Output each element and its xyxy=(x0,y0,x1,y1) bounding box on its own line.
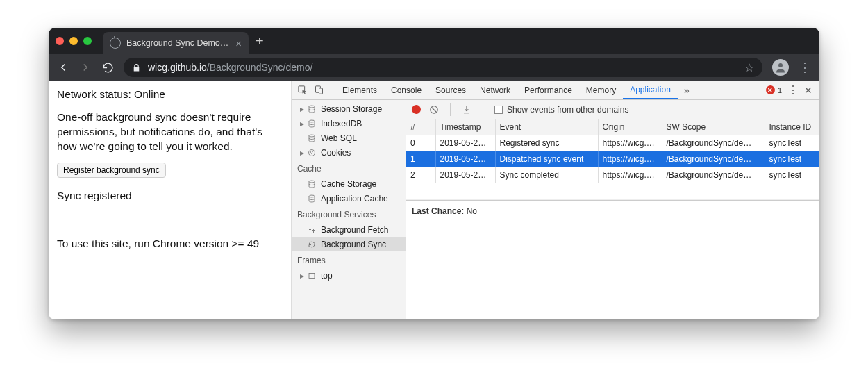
new-tab-button[interactable]: + xyxy=(256,33,264,49)
forward-button[interactable] xyxy=(79,61,92,74)
globe-icon xyxy=(110,38,121,49)
devtools-tab-elements[interactable]: Elements xyxy=(335,81,384,99)
url-path: /BackgroundSync/demo/ xyxy=(207,62,313,73)
table-cell: 2 xyxy=(406,167,435,183)
sidebar-group-cache: Cache xyxy=(292,160,406,176)
table-cell: /BackgroundSync/de… xyxy=(662,151,765,167)
db-icon xyxy=(307,180,317,188)
register-sync-button[interactable]: Register background sync xyxy=(57,163,166,178)
tab-title: Background Sync Demonstration xyxy=(126,38,231,48)
url-host: wicg.github.io xyxy=(148,62,207,73)
window-minimize-button[interactable] xyxy=(69,37,78,45)
record-button[interactable] xyxy=(412,105,421,114)
db-icon xyxy=(307,134,317,142)
chevron-right-icon: ▸ xyxy=(299,119,306,128)
clear-icon[interactable] xyxy=(429,105,439,115)
column-header[interactable]: Event xyxy=(495,119,598,135)
table-cell: 0 xyxy=(406,135,435,151)
sidebar-item-label: Background Fetch xyxy=(321,225,388,235)
table-row[interactable]: 12019-05-2…Dispatched sync eventhttps://… xyxy=(406,151,819,167)
lock-icon xyxy=(132,63,141,72)
address-bar[interactable]: wicg.github.io/BackgroundSync/demo/ ☆ xyxy=(124,58,762,77)
close-icon[interactable]: ✕ xyxy=(804,85,812,96)
devtools-tab-console[interactable]: Console xyxy=(384,81,428,99)
column-header[interactable]: Timestamp xyxy=(435,119,495,135)
sidebar-item-background-sync[interactable]: Background Sync xyxy=(292,237,406,251)
devtools-tab-network[interactable]: Network xyxy=(473,81,517,99)
profile-avatar[interactable] xyxy=(772,59,789,76)
devtools-tab-sources[interactable]: Sources xyxy=(428,81,473,99)
chevron-right-icon: ▸ xyxy=(299,271,306,281)
chevron-right-icon: ▸ xyxy=(299,148,306,158)
devtools-menu-button[interactable]: ⋮ xyxy=(787,83,799,97)
column-header[interactable]: # xyxy=(406,119,435,135)
window-controls xyxy=(56,37,92,45)
svg-rect-13 xyxy=(309,273,315,278)
column-header[interactable]: Instance ID xyxy=(765,119,819,135)
detail-value: No xyxy=(467,206,477,216)
bgservices-toolbar: Show events from other domains xyxy=(406,100,819,119)
checkbox-label: Show events from other domains xyxy=(507,105,628,115)
table-cell: syncTest xyxy=(765,167,819,183)
table-cell: 1 xyxy=(406,151,435,167)
frame-icon xyxy=(307,272,317,280)
devtools-tab-performance[interactable]: Performance xyxy=(517,81,579,99)
show-other-domains-checkbox[interactable]: Show events from other domains xyxy=(494,105,628,115)
svg-point-11 xyxy=(309,181,315,183)
table-cell: syncTest xyxy=(765,151,819,167)
sidebar-item-web-sql[interactable]: Web SQL xyxy=(292,131,406,145)
page-content: Network status: Online One-off backgroun… xyxy=(49,81,292,319)
window-zoom-button[interactable] xyxy=(83,37,92,45)
bookmark-star-icon[interactable]: ☆ xyxy=(744,61,754,74)
devtools-tab-memory[interactable]: Memory xyxy=(579,81,623,99)
browser-menu-button[interactable]: ⋮ xyxy=(799,60,811,75)
sidebar-item-cache-storage[interactable]: Cache Storage xyxy=(292,176,406,191)
more-tabs-icon[interactable]: » xyxy=(679,83,694,98)
browser-tab[interactable]: Background Sync Demonstration × xyxy=(103,32,249,54)
devtools-tab-application[interactable]: Application xyxy=(623,81,678,99)
network-status: Network status: Online xyxy=(57,88,283,102)
column-header[interactable]: Origin xyxy=(598,119,662,135)
reload-button[interactable] xyxy=(101,61,114,74)
svg-point-4 xyxy=(309,106,315,108)
table-cell: 2019-05-2… xyxy=(435,167,495,183)
svg-point-5 xyxy=(309,120,315,122)
table-row[interactable]: 02019-05-2…Registered synchttps://wicg.…… xyxy=(406,135,819,151)
application-main: Show events from other domains #Timestam… xyxy=(406,100,819,319)
back-button[interactable] xyxy=(57,61,69,74)
close-icon[interactable]: × xyxy=(235,38,242,49)
checkbox-icon xyxy=(494,106,503,114)
sidebar-item-application-cache[interactable]: Application Cache xyxy=(292,191,406,206)
devtools-tabs: ElementsConsoleSourcesNetworkPerformance… xyxy=(292,81,819,100)
device-toolbar-icon[interactable] xyxy=(311,83,326,98)
error-icon: ✕ xyxy=(766,85,775,94)
sidebar-item-top[interactable]: ▸top xyxy=(292,268,406,283)
table-cell: /BackgroundSync/de… xyxy=(662,167,765,183)
sidebar-item-label: Background Sync xyxy=(321,240,386,249)
inspect-element-icon[interactable] xyxy=(294,83,310,98)
sidebar-item-label: Cookies xyxy=(321,148,351,158)
table-cell: 2019-05-2… xyxy=(435,135,495,151)
svg-point-9 xyxy=(312,151,312,151)
window-close-button[interactable] xyxy=(56,37,64,45)
sidebar-item-label: Application Cache xyxy=(321,194,388,204)
browser-toolbar: wicg.github.io/BackgroundSync/demo/ ☆ ⋮ xyxy=(49,54,819,81)
table-cell: https://wicg.… xyxy=(598,135,662,151)
table-cell: syncTest xyxy=(765,135,819,151)
db-icon xyxy=(307,105,317,113)
download-icon[interactable] xyxy=(462,105,471,115)
url-text: wicg.github.io/BackgroundSync/demo/ xyxy=(148,62,312,73)
page-blurb: One-off background sync doesn't require … xyxy=(57,110,283,154)
table-cell: Sync completed xyxy=(495,167,598,183)
svg-point-8 xyxy=(310,151,311,152)
sync-registered-msg: Sync registered xyxy=(57,189,283,204)
sidebar-item-session-storage[interactable]: ▸Session Storage xyxy=(292,101,406,116)
column-header[interactable]: SW Scope xyxy=(662,119,765,135)
sidebar-item-background-fetch[interactable]: Background Fetch xyxy=(292,222,406,237)
error-count: 1 xyxy=(778,86,782,94)
sidebar-item-indexeddb[interactable]: ▸IndexedDB xyxy=(292,116,406,131)
error-indicator[interactable]: ✕ 1 xyxy=(766,85,782,94)
sidebar-item-cookies[interactable]: ▸Cookies xyxy=(292,145,406,160)
table-row[interactable]: 22019-05-2…Sync completedhttps://wicg.…/… xyxy=(406,167,819,183)
content-area: Network status: Online One-off backgroun… xyxy=(49,81,819,319)
